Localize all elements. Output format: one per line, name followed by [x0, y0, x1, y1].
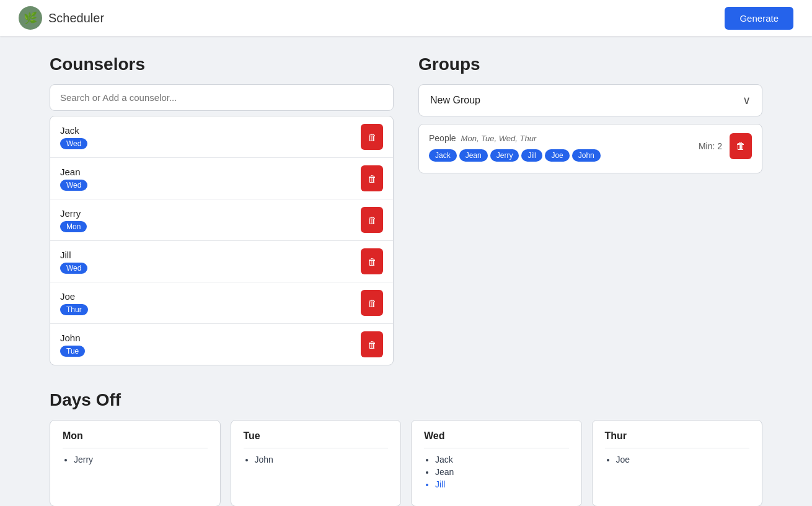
day-badge: Mon: [60, 221, 87, 232]
app-header: 🌿 Scheduler Generate: [0, 0, 812, 36]
group-dropdown-label: New Group: [430, 95, 480, 106]
person-badge: Jean: [459, 149, 488, 162]
generate-button[interactable]: Generate: [725, 7, 793, 30]
group-dropdown: New Group ∨: [418, 84, 762, 116]
counselor-name: Jerry: [60, 208, 87, 219]
day-badge: Wed: [60, 180, 87, 191]
counselor-item: Jean Wed 🗑: [50, 158, 393, 199]
counselor-info: Jack Wed: [60, 125, 87, 149]
counselor-item: Jerry Mon 🗑: [50, 199, 393, 241]
counselors-heading: Counselors: [50, 55, 394, 74]
group-card-left: People Mon, Tue, Wed, Thur JackJeanJerry…: [429, 133, 699, 164]
counselor-name: Jack: [60, 125, 87, 136]
counselor-info: Joe Thur: [60, 291, 88, 315]
search-input[interactable]: [50, 84, 394, 111]
counselor-info: Jill Wed: [60, 250, 87, 274]
day-card: WedJackJeanJill: [411, 420, 582, 506]
counselor-info: Jean Wed: [60, 167, 87, 191]
main-content: Counselors Jack Wed 🗑 Jean Wed 🗑 Jerry M…: [0, 36, 812, 384]
person-badge: Jack: [429, 149, 457, 162]
counselor-name: John: [60, 333, 85, 343]
delete-group-button[interactable]: 🗑: [730, 133, 752, 159]
group-dropdown-header[interactable]: New Group ∨: [419, 85, 762, 116]
list-item: Jack: [435, 455, 569, 465]
list-item: Jean: [435, 467, 569, 477]
chevron-down-icon: ∨: [743, 94, 751, 107]
day-badge: Wed: [60, 263, 87, 274]
counselor-item: Jill Wed 🗑: [50, 241, 393, 282]
counselor-info: Jerry Mon: [60, 208, 87, 232]
delete-counselor-button[interactable]: 🗑: [361, 290, 383, 316]
list-item: John: [255, 455, 389, 465]
counselor-name: Jill: [60, 250, 87, 260]
counselor-name: Jean: [60, 167, 87, 177]
person-badge: Joe: [545, 149, 569, 162]
trash-icon: 🗑: [368, 339, 377, 350]
days-off-heading: Days Off: [50, 390, 762, 410]
group-days: Mon, Tue, Wed, Thur: [461, 134, 537, 143]
group-people-row: People Mon, Tue, Wed, Thur: [429, 133, 699, 143]
counselor-name: Joe: [60, 291, 88, 302]
day-card-list: John: [244, 455, 389, 465]
counselors-panel: Counselors Jack Wed 🗑 Jean Wed 🗑 Jerry M…: [50, 55, 394, 365]
groups-heading: Groups: [418, 55, 762, 74]
counselor-item: John Tue 🗑: [50, 324, 393, 365]
trash-icon: 🗑: [368, 298, 377, 308]
counselor-item: Joe Thur 🗑: [50, 282, 393, 324]
day-badge: Thur: [60, 304, 88, 315]
day-card-list: Joe: [605, 455, 750, 465]
delete-counselor-button[interactable]: 🗑: [361, 165, 383, 191]
counselor-info: John Tue: [60, 333, 85, 357]
group-card-right: Min: 2 🗑: [699, 133, 752, 159]
day-card: MonJerry: [50, 420, 221, 506]
days-off-section: Days Off MonJerryTueJohnWedJackJeanJillT…: [0, 384, 812, 506]
day-card-title: Wed: [424, 430, 569, 448]
trash-icon: 🗑: [736, 141, 746, 152]
person-badge: Jerry: [490, 149, 519, 162]
list-item: Jerry: [74, 455, 208, 465]
trash-icon: 🗑: [368, 215, 377, 225]
groups-panel: Groups New Group ∨ People Mon, Tue, Wed,…: [418, 55, 762, 365]
group-card: People Mon, Tue, Wed, Thur JackJeanJerry…: [418, 124, 762, 173]
person-badge: John: [572, 149, 601, 162]
day-card-title: Thur: [605, 430, 750, 448]
list-item: Joe: [616, 455, 750, 465]
group-members-row: JackJeanJerryJillJoeJohn: [429, 149, 699, 164]
day-badge: Tue: [60, 346, 85, 357]
day-card: ThurJoe: [592, 420, 763, 506]
day-badge: Wed: [60, 138, 87, 149]
counselor-list: Jack Wed 🗑 Jean Wed 🗑 Jerry Mon 🗑 Jill W…: [50, 116, 394, 365]
delete-counselor-button[interactable]: 🗑: [361, 331, 383, 357]
days-grid: MonJerryTueJohnWedJackJeanJillThurJoe: [50, 420, 762, 506]
trash-icon: 🗑: [368, 256, 377, 267]
app-logo: 🌿: [19, 6, 42, 30]
day-card: TueJohn: [231, 420, 402, 506]
day-card-title: Mon: [63, 430, 208, 448]
trash-icon: 🗑: [368, 132, 377, 142]
min-label: Min: 2: [699, 141, 722, 151]
delete-counselor-button[interactable]: 🗑: [361, 248, 383, 274]
counselor-item: Jack Wed 🗑: [50, 116, 393, 158]
delete-counselor-button[interactable]: 🗑: [361, 207, 383, 233]
delete-counselor-button[interactable]: 🗑: [361, 124, 383, 150]
group-people-label: People: [429, 133, 456, 143]
list-item: Jill: [435, 479, 569, 489]
app-title: Scheduler: [48, 11, 104, 25]
trash-icon: 🗑: [368, 173, 377, 184]
header-left: 🌿 Scheduler: [19, 6, 104, 30]
day-card-list: JackJeanJill: [424, 455, 569, 489]
day-card-list: Jerry: [63, 455, 208, 465]
day-card-title: Tue: [244, 430, 389, 448]
person-badge: Jill: [521, 149, 542, 162]
